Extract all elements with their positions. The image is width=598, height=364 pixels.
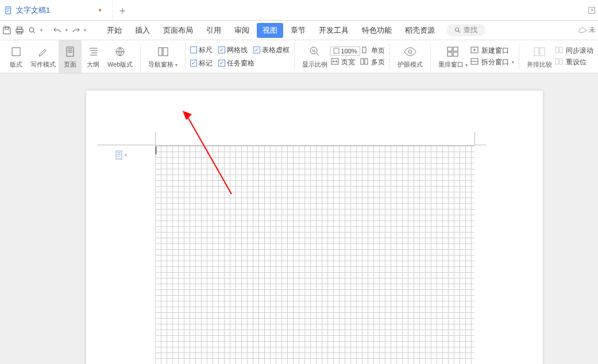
svg-rect-19 (365, 59, 368, 64)
tab-layout[interactable]: 页面布局 (157, 23, 199, 38)
svg-rect-15 (334, 48, 339, 53)
margin-guide (474, 145, 486, 145)
side-by-side-button: 并排比较 (524, 40, 555, 73)
popout-icon[interactable] (588, 6, 596, 14)
svg-point-7 (456, 28, 459, 31)
svg-rect-22 (453, 47, 458, 51)
svg-rect-18 (361, 59, 364, 64)
undo-icon[interactable] (53, 26, 62, 35)
svg-point-6 (29, 28, 34, 32)
write-mode-button[interactable]: 写作模式 (28, 40, 59, 73)
margin-guide (155, 132, 156, 145)
print-icon[interactable] (15, 26, 24, 35)
zoom-button[interactable]: % 显示比例 (299, 40, 330, 73)
svg-rect-3 (17, 27, 22, 29)
svg-rect-17 (362, 47, 366, 53)
group-compare: 并排比较 同步滚动 重设位 (520, 40, 597, 73)
reset-position-button: 重设位 (555, 57, 593, 67)
group-zoom: % 显示比例 100% 页宽 单页 多页 (296, 40, 388, 73)
ruler-checkbox[interactable]: 标尺 (190, 45, 213, 55)
arrange-window-button[interactable]: 重排窗口 ▾ (435, 40, 470, 73)
svg-rect-11 (159, 48, 162, 56)
svg-rect-2 (5, 27, 9, 29)
cloud-icon (578, 27, 587, 34)
top-bar: ▾ ▾ ▾ 开始 插入 页面布局 引用 审阅 视图 章节 开发工具 特色功能 稻… (0, 21, 598, 40)
page-width-button[interactable]: 页宽 (330, 57, 360, 67)
page-view-button[interactable]: 页面 (59, 40, 82, 73)
svg-rect-9 (67, 47, 74, 56)
tab-insert[interactable]: 插入 (129, 23, 156, 38)
web-view-button[interactable]: Web版式 (105, 40, 136, 73)
tab-title: 文字文稿1 (16, 5, 50, 16)
svg-rect-29 (555, 47, 558, 53)
svg-text:%: % (312, 49, 315, 53)
group-eyecare: 护眼模式 (391, 40, 429, 73)
svg-rect-28 (540, 48, 545, 56)
group-show: 标尺 ✓网格线 ✓表格虚框 ✓标记 ✓任务窗格 (187, 40, 293, 73)
view-mode-button[interactable]: 版式 (5, 40, 28, 73)
svg-rect-12 (163, 48, 168, 56)
group-window: 重排窗口 ▾ 新建窗口 拆分窗口▾ (432, 40, 518, 73)
ribbon-tabs: 开始 插入 页面布局 引用 审阅 视图 章节 开发工具 特色功能 稻壳资源 (101, 23, 441, 38)
group-view-modes: 版式 写作模式 页面 大纲 Web版式 (1, 40, 139, 73)
svg-rect-33 (116, 151, 122, 159)
task-pane-checkbox[interactable]: ✓任务窗格 (218, 59, 254, 68)
svg-rect-0 (6, 6, 11, 13)
marks-checkbox[interactable]: ✓标记 (190, 59, 213, 68)
group-nav: 导航窗格 ▾ (142, 40, 184, 73)
zoom-100-button[interactable]: 100% (330, 47, 360, 56)
new-window-button[interactable]: 新建窗口 (470, 46, 514, 56)
document-canvas[interactable]: ▾ (0, 73, 598, 364)
search-box[interactable]: 查找 (446, 24, 485, 36)
chevron-down-icon: ▾ (125, 153, 127, 158)
ribbon: 版式 写作模式 页面 大纲 Web版式 导航窗格 ▾ 标尺 ✓网 (0, 40, 598, 73)
nav-pane-button[interactable]: 导航窗格 ▾ (145, 40, 180, 73)
tab-review[interactable]: 审阅 (229, 23, 255, 38)
outline-button[interactable]: 大纲 (82, 40, 105, 73)
search-icon (454, 27, 461, 34)
text-cursor (156, 146, 156, 154)
tab-start[interactable]: 开始 (101, 23, 128, 38)
table-frame-checkbox[interactable]: ✓表格虚框 (253, 45, 290, 55)
tab-reference[interactable]: 引用 (200, 23, 227, 38)
multi-page-button[interactable]: 多页 (360, 57, 385, 67)
paragraph-icon (115, 150, 123, 160)
margin-guide (474, 132, 475, 145)
margin-guide (98, 145, 155, 145)
svg-rect-30 (560, 47, 562, 53)
tab-chapter[interactable]: 章节 (285, 23, 311, 38)
tab-docer[interactable]: 稻壳资源 (399, 23, 441, 38)
svg-rect-31 (555, 59, 558, 64)
document-tab[interactable]: 文字文稿1 • (0, 0, 113, 20)
paragraph-widget[interactable]: ▾ (115, 150, 127, 160)
one-page-button[interactable]: 单页 (360, 46, 385, 56)
search-placeholder: 查找 (464, 25, 477, 35)
svg-rect-23 (447, 52, 452, 56)
tab-view[interactable]: 视图 (257, 23, 283, 38)
gridlines-checkbox[interactable]: ✓网格线 (218, 45, 248, 55)
modified-indicator: • (53, 5, 102, 16)
gridlines (155, 145, 474, 364)
tab-bar: 文字文稿1 • ＋ (0, 0, 598, 21)
svg-rect-24 (453, 52, 458, 56)
sync-scroll-button: 同步滚动 (555, 46, 593, 56)
svg-rect-8 (12, 48, 20, 56)
document-icon (5, 6, 13, 14)
preview-icon[interactable] (28, 26, 37, 35)
new-tab-button[interactable]: ＋ (113, 0, 132, 20)
tab-devtools[interactable]: 开发工具 (313, 23, 354, 38)
svg-point-20 (408, 50, 412, 53)
svg-rect-32 (560, 59, 562, 64)
svg-rect-21 (447, 47, 452, 51)
split-window-button[interactable]: 拆分窗口▾ (470, 57, 514, 67)
svg-rect-27 (534, 48, 539, 56)
quick-access-toolbar: ▾ ▾ ▾ (2, 26, 86, 35)
save-icon[interactable] (2, 26, 11, 35)
cloud-sync[interactable]: 未 (578, 25, 596, 35)
redo-icon[interactable] (71, 26, 80, 35)
eyecare-button[interactable]: 护眼模式 (395, 40, 426, 73)
tab-special[interactable]: 特色功能 (356, 23, 398, 38)
